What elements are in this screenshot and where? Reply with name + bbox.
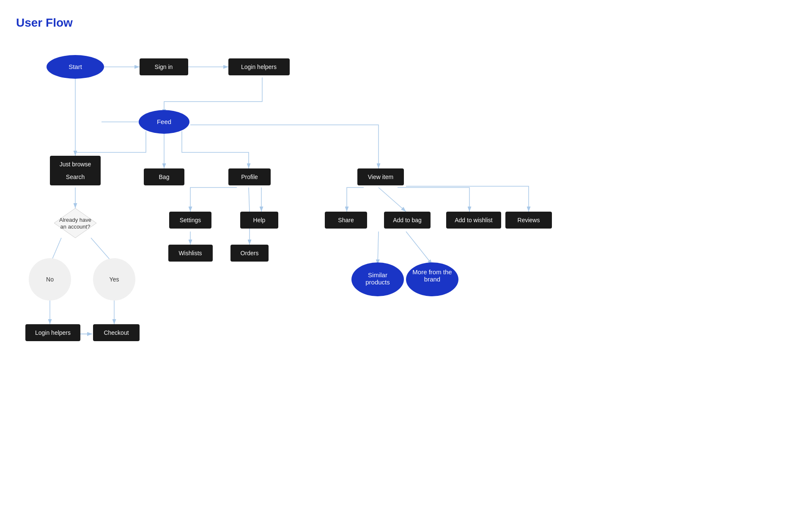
- svg-text:Login helpers: Login helpers: [241, 63, 277, 70]
- add-to-wishlist-node: Add to wishlist: [446, 212, 501, 229]
- svg-text:Add to wishlist: Add to wishlist: [455, 217, 493, 223]
- svg-text:Settings: Settings: [180, 217, 201, 223]
- sign-in-node: Sign in: [140, 58, 188, 75]
- view-item-node: View item: [357, 168, 404, 185]
- svg-text:Reviews: Reviews: [518, 217, 540, 223]
- orders-node: Orders: [230, 245, 269, 262]
- start-node: Start: [47, 55, 104, 79]
- svg-text:Just browse: Just browse: [60, 161, 91, 168]
- svg-text:More from the: More from the: [412, 268, 452, 276]
- more-from-brand-node: More from the brand: [406, 262, 458, 296]
- svg-marker-32: [54, 208, 96, 238]
- wishlists-node: Wishlists: [168, 245, 213, 262]
- login-helpers-bottom-node: Login helpers: [25, 324, 80, 341]
- svg-text:Search: Search: [66, 174, 85, 180]
- svg-text:products: products: [365, 279, 390, 286]
- search-node: Search: [50, 168, 101, 185]
- svg-text:View item: View item: [368, 174, 393, 180]
- feed-node: Feed: [139, 110, 189, 134]
- login-helpers-top-node: Login helpers: [228, 58, 290, 75]
- svg-text:Checkout: Checkout: [104, 329, 129, 336]
- svg-text:Login helpers: Login helpers: [35, 329, 71, 336]
- profile-node: Profile: [228, 168, 271, 185]
- svg-text:Start: Start: [69, 63, 82, 70]
- yes-node: Yes: [93, 258, 135, 301]
- add-to-bag-node: Add to bag: [384, 212, 431, 229]
- svg-text:Share: Share: [338, 217, 354, 223]
- settings-node: Settings: [169, 212, 211, 229]
- share-node: Share: [325, 212, 367, 229]
- svg-text:Yes: Yes: [110, 276, 119, 283]
- svg-text:Help: Help: [253, 217, 266, 223]
- svg-text:Sign in: Sign in: [155, 63, 173, 70]
- svg-text:Profile: Profile: [241, 174, 258, 180]
- svg-line-13: [378, 232, 379, 265]
- already-have-account-node: Already have an account?: [54, 208, 96, 238]
- checkout-node: Checkout: [93, 324, 140, 341]
- svg-line-12: [379, 188, 406, 212]
- svg-text:Wishlists: Wishlists: [178, 250, 202, 256]
- svg-text:Orders: Orders: [241, 250, 259, 256]
- bag-node: Bag: [144, 168, 184, 185]
- svg-text:brand: brand: [424, 276, 440, 283]
- svg-text:Already have: Already have: [59, 217, 91, 223]
- svg-text:an account?: an account?: [60, 223, 91, 230]
- svg-text:No: No: [46, 276, 54, 283]
- no-node: No: [29, 258, 71, 301]
- svg-text:Feed: Feed: [157, 118, 171, 125]
- similar-products-node: Similar products: [351, 262, 404, 296]
- svg-text:Bag: Bag: [159, 174, 170, 180]
- svg-text:Add to bag: Add to bag: [393, 217, 422, 223]
- help-node: Help: [240, 212, 278, 229]
- reviews-node: Reviews: [505, 212, 552, 229]
- svg-text:Similar: Similar: [368, 271, 387, 279]
